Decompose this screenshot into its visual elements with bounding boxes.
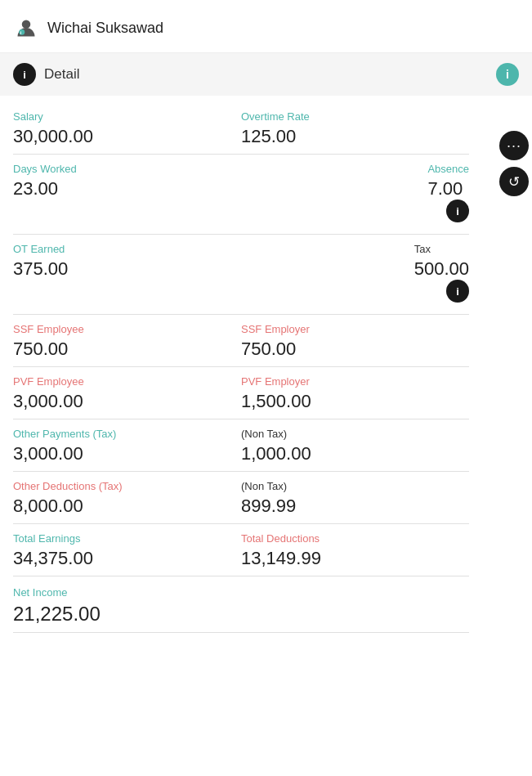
total-earnings-value: 34,375.00 [13, 548, 241, 569]
other-deductions-tax-label: Other Deductions (Tax) [13, 480, 241, 492]
other-deductions-nontax-label: (Non Tax) [241, 480, 469, 492]
other-payments-nontax-col: (Non Tax) 1,000.00 [241, 428, 469, 464]
header: i Wichai Suksawad [0, 0, 532, 53]
other-payments-tax-col: Other Payments (Tax) 3,000.00 [13, 428, 241, 464]
history-button[interactable]: ↺ [499, 167, 529, 196]
history-icon: ↺ [508, 173, 520, 191]
section-header-left: i Detail [13, 63, 79, 86]
overtime-rate-col: Overtime Rate 125.00 [241, 110, 469, 147]
tax-col: Tax 500.00 i [241, 243, 469, 307]
pvf-row: PVF Employee 3,000.00 PVF Employer 1,500… [13, 367, 469, 419]
ssf-employee-value: 750.00 [13, 339, 241, 360]
days-worked-value: 23.00 [13, 178, 241, 200]
total-deductions-label: Total Deductions [241, 532, 469, 545]
net-income-value: 21,225.00 [13, 603, 469, 626]
ssf-employer-value: 750.00 [241, 339, 469, 360]
ot-earned-label: OT Earned [13, 243, 241, 255]
total-earnings-label: Total Earnings [13, 532, 241, 545]
total-deductions-col: Total Deductions 13,149.99 [241, 532, 469, 569]
ot-earned-value: 375.00 [13, 258, 241, 280]
svg-point-0 [22, 20, 31, 29]
pvf-employer-col: PVF Employer 1,500.00 [241, 375, 469, 412]
pvf-employer-value: 1,500.00 [241, 391, 469, 412]
section-header: i Detail i [0, 53, 532, 96]
content-area: Salary 30,000.00 Overtime Rate 125.00 Da… [0, 96, 482, 653]
absence-col: Absence 7.00 i [241, 163, 469, 227]
svg-text:i: i [20, 29, 22, 35]
days-worked-row: Days Worked 23.00 Absence 7.00 i [13, 155, 469, 235]
absence-value: 7.00 [427, 178, 469, 200]
salary-col: Salary 30,000.00 [13, 110, 241, 147]
pvf-employee-label: PVF Employee [13, 375, 241, 388]
other-payments-row: Other Payments (Tax) 3,000.00 (Non Tax) … [13, 419, 469, 472]
days-worked-col: Days Worked 23.00 [13, 163, 241, 200]
overtime-rate-label: Overtime Rate [241, 110, 469, 123]
other-payments-tax-label: Other Payments (Tax) [13, 428, 241, 440]
tax-value: 500.00 [414, 258, 469, 280]
other-payments-nontax-value: 1,000.00 [241, 443, 469, 464]
salary-label: Salary [13, 110, 241, 123]
other-deductions-nontax-col: (Non Tax) 899.99 [241, 480, 469, 517]
pvf-employer-label: PVF Employer [241, 375, 469, 388]
days-worked-label: Days Worked [13, 163, 241, 175]
total-deductions-value: 13,149.99 [241, 548, 469, 569]
section-info-icon: i [13, 63, 36, 86]
person-icon: i [13, 15, 39, 41]
pvf-employee-value: 3,000.00 [13, 391, 241, 412]
tax-label: Tax [414, 243, 469, 255]
other-payments-tax-value: 3,000.00 [13, 443, 241, 464]
salary-value: 30,000.00 [13, 126, 241, 147]
other-deductions-tax-col: Other Deductions (Tax) 8,000.00 [13, 480, 241, 517]
overtime-rate-value: 125.00 [241, 126, 469, 147]
ot-earned-row: OT Earned 375.00 Tax 500.00 i [13, 235, 469, 315]
section-title: Detail [44, 66, 79, 83]
pvf-employee-col: PVF Employee 3,000.00 [13, 375, 241, 412]
user-name: Wichai Suksawad [47, 20, 163, 37]
other-deductions-nontax-value: 899.99 [241, 496, 469, 517]
right-actions: ··· ↺ [499, 131, 532, 196]
section-action-icon[interactable]: i [496, 63, 519, 86]
ot-earned-col: OT Earned 375.00 [13, 243, 241, 280]
ssf-employee-col: SSF Employee 750.00 [13, 323, 241, 360]
ssf-employer-col: SSF Employer 750.00 [241, 323, 469, 360]
ssf-employee-label: SSF Employee [13, 323, 241, 335]
ssf-row: SSF Employee 750.00 SSF Employer 750.00 [13, 315, 469, 367]
salary-row: Salary 30,000.00 Overtime Rate 125.00 [13, 102, 469, 155]
more-dots-icon: ··· [507, 138, 521, 153]
tax-info-button[interactable]: i [446, 280, 469, 303]
total-earnings-col: Total Earnings 34,375.00 [13, 532, 241, 569]
other-deductions-row: Other Deductions (Tax) 8,000.00 (Non Tax… [13, 472, 469, 524]
other-payments-nontax-label: (Non Tax) [241, 428, 469, 440]
net-income-label: Net Income [13, 586, 67, 599]
totals-row: Total Earnings 34,375.00 Total Deduction… [13, 524, 469, 576]
net-income-section: Net Income 21,225.00 [13, 576, 469, 633]
absence-info-button[interactable]: i [446, 200, 469, 222]
absence-label: Absence [427, 163, 469, 175]
ssf-employer-label: SSF Employer [241, 323, 469, 335]
more-options-button[interactable]: ··· [499, 131, 529, 160]
other-deductions-tax-value: 8,000.00 [13, 496, 241, 517]
